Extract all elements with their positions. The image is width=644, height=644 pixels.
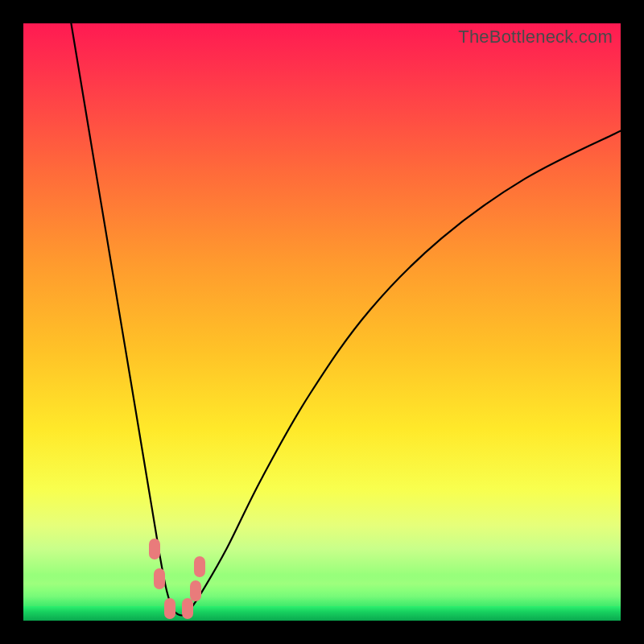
watermark-text: TheBottleneck.com (458, 27, 613, 47)
marker-left-lower (154, 568, 165, 589)
marker-trough-right (182, 598, 193, 619)
marker-right-lower (190, 580, 201, 601)
marker-left-upper (149, 539, 160, 559)
marker-right-upper (194, 556, 205, 577)
bottleneck-curve (23, 23, 621, 621)
chart-area: TheBottleneck.com (23, 23, 621, 621)
marker-trough-left (164, 598, 175, 619)
